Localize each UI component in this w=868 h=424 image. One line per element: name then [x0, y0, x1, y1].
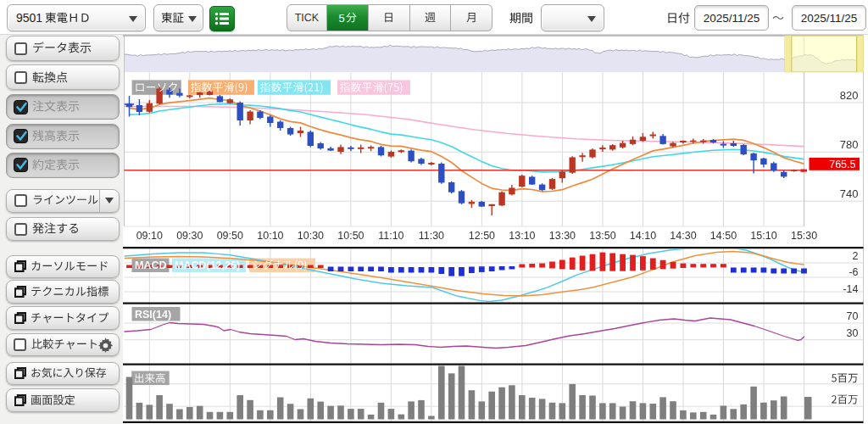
svg-text:RSI(14): RSI(14): [135, 309, 171, 321]
svg-text:740: 740: [840, 187, 859, 200]
svg-text:30: 30: [847, 327, 859, 339]
svg-text:820: 820: [840, 89, 859, 102]
svg-text:765.5: 765.5: [829, 159, 855, 170]
svg-text:2: 2: [853, 250, 859, 262]
svg-text:11:30: 11:30: [419, 230, 444, 242]
svg-text:15:30: 15:30: [791, 230, 817, 242]
svg-text:10:50: 10:50: [337, 230, 364, 242]
svg-text:11:10: 11:10: [378, 230, 403, 242]
svg-text:MACD: MACD: [135, 259, 167, 271]
svg-text:70: 70: [847, 310, 859, 322]
svg-text:13:50: 13:50: [589, 230, 615, 242]
svg-text:15:10: 15:10: [750, 230, 776, 242]
svg-text:13:30: 13:30: [549, 230, 576, 242]
svg-text:14:10: 14:10: [630, 230, 656, 242]
svg-text:12:50: 12:50: [469, 230, 495, 242]
svg-text:14:50: 14:50: [710, 230, 737, 242]
svg-text:10:10: 10:10: [257, 230, 283, 242]
svg-text:MACD(12,26): MACD(12,26): [175, 259, 240, 271]
svg-text:-14: -14: [843, 283, 858, 295]
svg-text:10:30: 10:30: [298, 230, 324, 242]
svg-text:14:30: 14:30: [670, 230, 696, 242]
svg-text:-6: -6: [849, 266, 858, 278]
svg-text:09:30: 09:30: [176, 230, 203, 242]
svg-text:09:50: 09:50: [217, 230, 243, 242]
svg-text:13:10: 13:10: [509, 230, 535, 242]
svg-text:09:10: 09:10: [136, 230, 163, 242]
svg-text:780: 780: [840, 138, 859, 151]
